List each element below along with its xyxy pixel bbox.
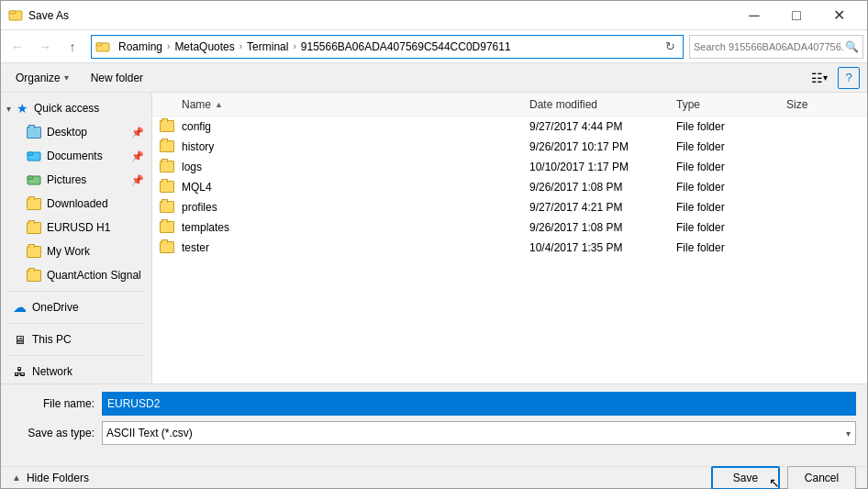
sidebar-item-documents[interactable]: Documents 📌: [1, 144, 151, 168]
filename-label: File name:: [12, 397, 95, 410]
view-button[interactable]: ☷ ▾: [808, 67, 830, 89]
downloaded-label: Downloaded: [47, 197, 144, 210]
new-folder-button[interactable]: New folder: [83, 67, 150, 89]
thispc-label: This PC: [32, 333, 144, 346]
organize-button[interactable]: Organize ▾: [8, 67, 76, 89]
file-name: templates: [182, 221, 529, 234]
sidebar-divider-3: [8, 355, 144, 356]
quick-access-star-icon: ★: [17, 101, 28, 116]
sort-arrow-icon: ▲: [215, 100, 223, 109]
svg-rect-1: [9, 11, 16, 14]
cancel-button[interactable]: Cancel: [787, 466, 856, 490]
sidebar-item-desktop[interactable]: Desktop 📌: [1, 120, 151, 144]
minimize-button[interactable]: ─: [733, 1, 775, 30]
file-name: tester: [182, 241, 529, 254]
crumb-terminal[interactable]: Terminal: [244, 39, 291, 54]
folder-icon: [160, 181, 176, 194]
sidebar-item-quick-access[interactable]: ▾ ★ Quick access: [1, 96, 151, 120]
folder-breadcrumb-icon: [95, 40, 110, 53]
file-name: config: [182, 120, 529, 133]
folder-icon: [160, 161, 176, 173]
quantaction-folder-icon: [27, 268, 41, 283]
crumb-metaquotes[interactable]: MetaQuotes: [172, 39, 237, 54]
filetype-select[interactable]: ASCII Text (*.csv): [102, 421, 856, 445]
onedrive-label: OneDrive: [32, 301, 144, 314]
breadcrumb: Roaming › MetaQuotes › Terminal › 915566…: [95, 39, 514, 54]
sidebar-item-mywork[interactable]: My Work: [1, 239, 151, 263]
mywork-label: My Work: [47, 245, 144, 258]
address-bar[interactable]: Roaming › MetaQuotes › Terminal › 915566…: [91, 35, 684, 59]
sidebar-item-network[interactable]: 🖧 Network: [1, 360, 151, 383]
file-row[interactable]: profiles 9/27/2017 4:21 PM File folder: [152, 197, 867, 217]
documents-label: Documents: [47, 150, 126, 162]
secondary-toolbar: Organize ▾ New folder ☷ ▾ ?: [1, 63, 867, 93]
quick-access-label: Quick access: [34, 102, 144, 115]
col-name-header[interactable]: Name ▲: [182, 98, 529, 111]
folder-icon: [160, 221, 176, 234]
file-row[interactable]: logs 10/10/2017 1:17 PM File folder: [152, 157, 867, 177]
refresh-button[interactable]: ↻: [661, 38, 679, 56]
forward-button[interactable]: →: [32, 34, 58, 60]
folder-icon: [160, 201, 176, 214]
col-date-header[interactable]: Date modified: [529, 98, 676, 111]
search-bar[interactable]: 🔍: [689, 35, 863, 59]
documents-pin-icon: 📌: [131, 150, 144, 162]
file-type: File folder: [676, 181, 786, 194]
hide-folders-button[interactable]: ▲ Hide Folders: [12, 472, 89, 484]
crumb-roaming[interactable]: Roaming: [116, 39, 165, 54]
mywork-folder-icon: [27, 244, 41, 259]
organize-dropdown-icon: ▾: [64, 72, 69, 83]
sidebar: ▾ ★ Quick access Desktop 📌 Documents: [1, 93, 152, 383]
file-row[interactable]: MQL4 9/26/2017 1:08 PM File folder: [152, 177, 867, 197]
desktop-folder-icon: [27, 125, 41, 139]
sidebar-item-quantaction[interactable]: QuantAction Signal: [1, 263, 151, 287]
thispc-icon: 🖥: [12, 332, 27, 347]
file-name: logs: [182, 161, 529, 173]
help-button[interactable]: ?: [838, 67, 860, 89]
close-button[interactable]: ✕: [818, 1, 860, 30]
file-row[interactable]: config 9/27/2017 4:44 PM File folder: [152, 117, 867, 137]
folder-icon: [160, 241, 176, 254]
file-date: 10/10/2017 1:17 PM: [529, 161, 676, 173]
up-button[interactable]: ↑: [60, 34, 85, 60]
sidebar-divider-2: [8, 323, 144, 324]
network-icon: 🖧: [12, 364, 27, 379]
title-bar: Save As ─ □ ✕: [1, 1, 867, 30]
sidebar-item-pictures[interactable]: Pictures 📌: [1, 168, 151, 192]
back-button[interactable]: ←: [5, 34, 30, 60]
file-date: 10/4/2017 1:35 PM: [529, 241, 676, 254]
sidebar-item-eurusd[interactable]: EURUSD H1: [1, 216, 151, 239]
sidebar-item-downloaded[interactable]: Downloaded: [1, 192, 151, 216]
crumb-id[interactable]: 915566BA06ADA407569C544CC0D97611: [298, 39, 514, 54]
file-type: File folder: [676, 161, 786, 173]
view-dropdown-icon: ▾: [823, 72, 828, 83]
maximize-button[interactable]: □: [775, 1, 818, 30]
file-date: 9/26/2017 10:17 PM: [529, 140, 676, 153]
quantaction-label: QuantAction Signal: [47, 269, 144, 282]
save-as-dialog: Save As ─ □ ✕ ← → ↑ Roaming › MetaQuotes…: [0, 0, 868, 489]
file-row[interactable]: tester 10/4/2017 1:35 PM File folder: [152, 238, 867, 258]
filetype-label: Save as type:: [12, 427, 95, 439]
quick-access-section: ▾ ★ Quick access Desktop 📌 Documents: [1, 96, 151, 287]
network-label: Network: [32, 365, 144, 378]
file-row[interactable]: history 9/26/2017 10:17 PM File folder: [152, 137, 867, 157]
svg-rect-3: [96, 43, 102, 46]
bottom-bar: File name: Save as type: ASCII Text (*.c…: [1, 383, 867, 466]
file-type: File folder: [676, 120, 786, 133]
search-input[interactable]: [694, 41, 845, 52]
file-date: 9/26/2017 1:08 PM: [529, 181, 676, 194]
sidebar-item-thispc[interactable]: 🖥 This PC: [1, 328, 151, 351]
downloaded-folder-icon: [27, 196, 41, 211]
window-title: Save As: [28, 9, 733, 22]
file-row[interactable]: templates 9/26/2017 1:08 PM File folder: [152, 217, 867, 238]
filename-input[interactable]: [102, 392, 856, 416]
file-name: profiles: [182, 201, 529, 214]
col-type-header[interactable]: Type: [676, 98, 786, 111]
onedrive-icon: ☁: [12, 300, 27, 315]
file-name: MQL4: [182, 181, 529, 194]
main-content: ▾ ★ Quick access Desktop 📌 Documents: [1, 93, 867, 383]
sidebar-item-onedrive[interactable]: ☁ OneDrive: [1, 295, 151, 319]
col-size-header[interactable]: Size: [786, 98, 860, 111]
save-button[interactable]: Save ↖: [711, 466, 780, 490]
window-icon: [8, 8, 23, 23]
